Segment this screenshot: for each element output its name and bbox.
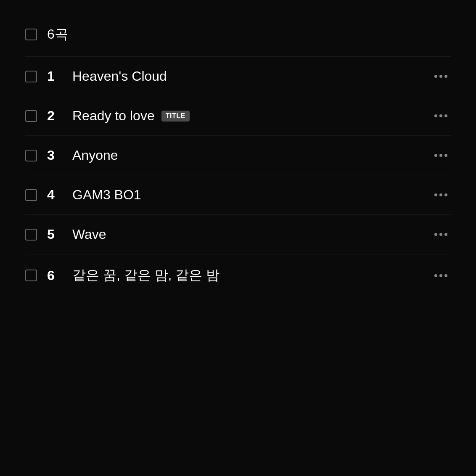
- more-dot-icon: [434, 274, 437, 277]
- more-dot-icon: [434, 233, 437, 236]
- track-checkbox-6[interactable]: [25, 270, 37, 281]
- more-button-4[interactable]: [431, 190, 451, 200]
- track-checkbox-2[interactable]: [25, 110, 37, 122]
- track-row: 5Wave: [25, 214, 451, 254]
- track-number-1: 1: [47, 69, 62, 84]
- more-dot-icon: [439, 193, 442, 196]
- more-button-2[interactable]: [431, 111, 451, 121]
- more-dot-icon: [439, 75, 442, 78]
- track-list: 1Heaven's Cloud2Ready to loveTITLE3Anyon…: [25, 56, 451, 296]
- track-number-5: 5: [47, 227, 62, 242]
- more-dot-icon: [444, 193, 447, 196]
- more-button-5[interactable]: [431, 230, 451, 239]
- more-dot-icon: [439, 154, 442, 157]
- track-name-2[interactable]: Ready to loveTITLE: [72, 108, 421, 124]
- track-number-2: 2: [47, 108, 62, 124]
- select-all-checkbox[interactable]: [25, 29, 37, 40]
- more-dot-icon: [439, 233, 442, 236]
- more-dot-icon: [434, 75, 437, 78]
- track-name-6[interactable]: 같은 꿈, 같은 맘, 같은 밤: [72, 266, 421, 285]
- more-button-6[interactable]: [431, 271, 451, 280]
- track-row: 4GAM3 BO1: [25, 175, 451, 214]
- header-row: 6곡: [25, 17, 451, 56]
- track-row: 1Heaven's Cloud: [25, 56, 451, 96]
- track-number-6: 6: [47, 268, 62, 283]
- more-dot-icon: [434, 154, 437, 157]
- track-name-4[interactable]: GAM3 BO1: [72, 187, 421, 203]
- more-dot-icon: [444, 75, 447, 78]
- more-dot-icon: [444, 233, 447, 236]
- more-dot-icon: [439, 274, 442, 277]
- track-row: 3Anyone: [25, 135, 451, 175]
- track-checkbox-5[interactable]: [25, 229, 37, 241]
- more-dot-icon: [444, 274, 447, 277]
- track-row: 2Ready to loveTITLE: [25, 96, 451, 135]
- more-dot-icon: [439, 114, 442, 117]
- track-checkbox-1[interactable]: [25, 71, 37, 82]
- more-dot-icon: [444, 114, 447, 117]
- track-count-label: 6곡: [47, 25, 68, 44]
- track-checkbox-3[interactable]: [25, 150, 37, 161]
- more-button-3[interactable]: [431, 151, 451, 160]
- track-list-container: 6곡 1Heaven's Cloud2Ready to loveTITLE3An…: [0, 0, 476, 313]
- track-name-3[interactable]: Anyone: [72, 148, 421, 163]
- title-badge-2: TITLE: [161, 111, 190, 122]
- more-dot-icon: [434, 114, 437, 117]
- track-number-3: 3: [47, 148, 62, 163]
- track-checkbox-4[interactable]: [25, 189, 37, 201]
- track-row: 6같은 꿈, 같은 맘, 같은 밤: [25, 254, 451, 296]
- track-name-1[interactable]: Heaven's Cloud: [72, 69, 421, 84]
- track-number-4: 4: [47, 187, 62, 203]
- more-dot-icon: [444, 154, 447, 157]
- more-button-1[interactable]: [431, 71, 451, 81]
- more-dot-icon: [434, 193, 437, 196]
- track-name-5[interactable]: Wave: [72, 227, 421, 242]
